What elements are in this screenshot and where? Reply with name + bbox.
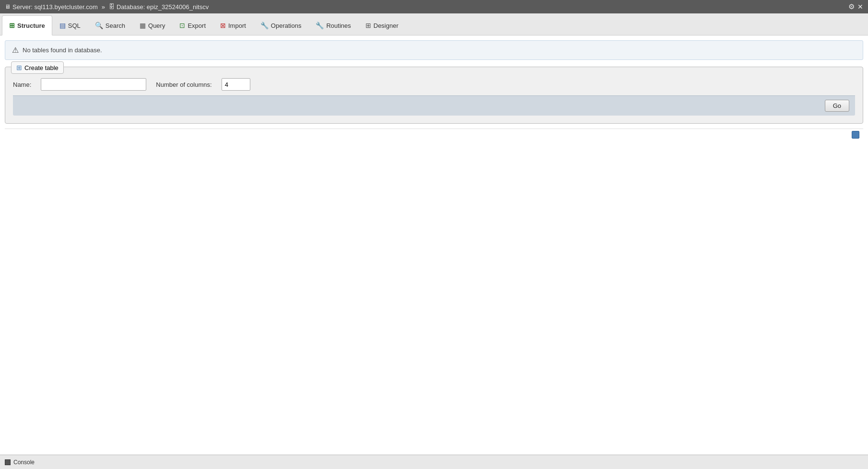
structure-icon: ⊞ <box>9 22 15 29</box>
search-icon: 🔍 <box>95 22 103 29</box>
tab-sql[interactable]: ▤ SQL <box>52 15 88 35</box>
tab-structure-label: Structure <box>17 22 45 29</box>
bottom-bar <box>5 129 863 141</box>
tab-designer[interactable]: ⊞ Designer <box>358 15 406 35</box>
designer-icon: ⊞ <box>365 22 371 29</box>
columns-label: Number of columns: <box>156 81 211 88</box>
tab-sql-label: SQL <box>68 22 81 29</box>
titlebar: 🖥 Server: sql113.byetcluster.com » 🗄 Dat… <box>0 0 868 13</box>
titlebar-icons: ⚙ ✕ <box>848 2 863 11</box>
tab-query[interactable]: ▦ Query <box>132 15 172 35</box>
go-bar: Go <box>13 95 855 116</box>
panel-header: ⊞ Create table <box>11 61 64 74</box>
tab-export[interactable]: ⊡ Export <box>172 15 213 35</box>
tab-structure[interactable]: ⊞ Structure <box>2 15 52 35</box>
create-table-button[interactable]: ⊞ Create table <box>11 61 64 74</box>
database-icon: 🗄 <box>109 3 115 10</box>
tab-search[interactable]: 🔍 Search <box>88 15 132 35</box>
close-icon[interactable]: ✕ <box>857 3 863 11</box>
export-icon: ⊡ <box>179 22 185 29</box>
create-table-panel: ⊞ Create table Name: Number of columns: … <box>5 67 863 124</box>
panel-body: Name: Number of columns: Go <box>5 74 863 123</box>
navbar: ⊞ Structure ▤ SQL 🔍 Search ▦ Query ⊡ Exp… <box>0 13 868 35</box>
tab-import-label: Import <box>228 22 246 29</box>
alert-icon: ⚠ <box>12 46 19 55</box>
go-button[interactable]: Go <box>825 100 849 112</box>
name-label: Name: <box>13 81 31 88</box>
server-icon: 🖥 <box>5 3 11 10</box>
tab-query-label: Query <box>148 22 165 29</box>
alert-box: ⚠ No tables found in database. <box>5 40 863 60</box>
alert-message: No tables found in database. <box>23 47 102 54</box>
database-label: Database: epiz_32524006_nitscv <box>117 3 209 11</box>
sql-icon: ▤ <box>59 22 66 29</box>
query-icon: ▦ <box>140 22 146 29</box>
bottom-right-icon[interactable] <box>852 131 859 139</box>
server-label: Server: sql113.byetcluster.com <box>12 3 98 11</box>
tab-operations[interactable]: 🔧 Operations <box>253 15 309 35</box>
columns-input[interactable] <box>222 78 250 91</box>
tab-routines-label: Routines <box>326 22 351 29</box>
main-content: ⚠ No tables found in database. ⊞ Create … <box>0 35 868 455</box>
settings-icon[interactable]: ⚙ <box>848 2 855 11</box>
create-table-label: Create table <box>24 64 59 71</box>
tab-export-label: Export <box>188 22 206 29</box>
tab-import[interactable]: ⊠ Import <box>213 15 253 35</box>
titlebar-left: 🖥 Server: sql113.byetcluster.com » 🗄 Dat… <box>5 3 209 11</box>
tab-routines[interactable]: 🔧 Routines <box>308 15 358 35</box>
routines-icon: 🔧 <box>316 22 324 29</box>
tab-designer-label: Designer <box>374 22 399 29</box>
table-name-input[interactable] <box>41 78 146 91</box>
form-row: Name: Number of columns: <box>13 78 855 91</box>
tab-operations-label: Operations <box>271 22 302 29</box>
operations-icon: 🔧 <box>260 22 269 29</box>
create-table-icon: ⊞ <box>16 64 22 71</box>
titlebar-separator: » <box>102 3 105 11</box>
import-icon: ⊠ <box>220 22 226 29</box>
tab-search-label: Search <box>106 22 125 29</box>
